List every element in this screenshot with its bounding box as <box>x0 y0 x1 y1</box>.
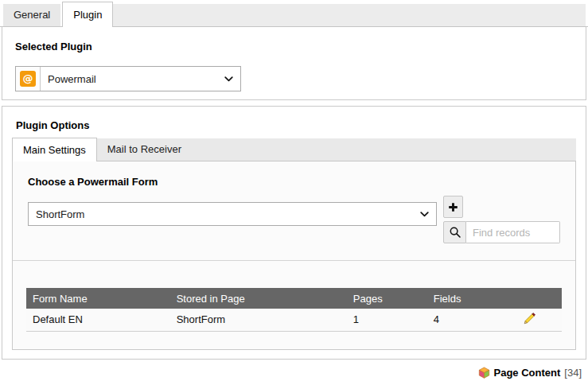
inner-tab-filler <box>192 138 576 161</box>
record-uid: [34] <box>564 367 582 379</box>
find-records-input[interactable] <box>466 221 560 243</box>
cell-pages: 1 <box>348 309 428 331</box>
cell-form-name: Default EN <box>26 309 171 331</box>
records-table: Form Name Stored in Page Pages Fields De… <box>26 288 562 332</box>
form-picker-side-controls <box>443 196 560 243</box>
header-stored-in-page: Stored in Page <box>171 288 348 309</box>
search-button[interactable] <box>443 221 466 243</box>
record-type-label: Page Content <box>494 367 561 379</box>
selected-plugin-panel: Selected Plugin @ Powermail <box>2 27 586 100</box>
edit-pencil-icon <box>524 312 536 325</box>
chevron-down-icon <box>217 76 240 82</box>
tab-main-settings[interactable]: Main Settings <box>12 138 97 161</box>
records-table-header-row: Form Name Stored in Page Pages Fields <box>26 288 562 309</box>
tab-general[interactable]: General <box>3 4 60 26</box>
main-settings-tab-content: Choose a Powermail Form ShortForm <box>12 161 576 350</box>
tab-mail-to-receiver[interactable]: Mail to Receiver <box>97 138 192 161</box>
cell-actions <box>497 309 562 331</box>
plugin-options-panel: Plugin Options Main Settings Mail to Rec… <box>2 106 586 360</box>
magnifier-icon <box>449 226 461 239</box>
selected-plugin-value: Powermail <box>41 73 217 85</box>
header-form-name: Form Name <box>26 288 171 309</box>
header-pages: Pages <box>348 288 428 309</box>
cell-fields: 4 <box>428 309 497 331</box>
tab-bar-filler <box>113 4 586 26</box>
document-tab-bar: General Plugin <box>0 0 588 27</box>
cell-stored-in-page: ShortForm <box>171 309 348 331</box>
plugin-options-label: Plugin Options <box>16 119 576 131</box>
find-records-group <box>443 221 560 243</box>
records-table-section: Form Name Stored in Page Pages Fields De… <box>13 261 575 349</box>
tab-plugin[interactable]: Plugin <box>62 2 113 27</box>
powermail-at-icon: @ <box>16 67 41 91</box>
form-picker-label: Choose a Powermail Form <box>28 176 560 188</box>
add-record-button[interactable] <box>443 196 463 218</box>
selected-plugin-label: Selected Plugin <box>15 41 573 52</box>
header-actions <box>497 288 562 309</box>
content-cube-icon <box>478 367 490 379</box>
record-identity: Page Content [34] <box>478 367 582 379</box>
chevron-down-icon <box>413 212 436 217</box>
header-fields: Fields <box>428 288 497 309</box>
plus-icon <box>448 202 458 212</box>
form-select-value: ShortForm <box>29 208 413 220</box>
edit-record-button[interactable] <box>524 312 536 325</box>
plugin-options-tab-bar: Main Settings Mail to Receiver <box>12 138 576 161</box>
table-row: Default EN ShortForm 1 4 <box>26 309 562 331</box>
form-picker-section: Choose a Powermail Form ShortForm <box>13 161 575 261</box>
form-select[interactable]: ShortForm <box>28 202 437 226</box>
selected-plugin-select[interactable]: @ Powermail <box>15 66 241 91</box>
form-picker-controls: ShortForm <box>28 196 560 243</box>
